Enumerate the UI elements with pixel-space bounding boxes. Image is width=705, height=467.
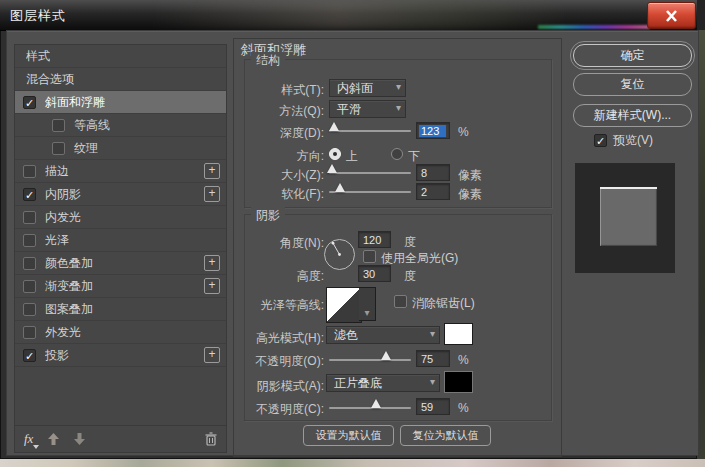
angle-dial[interactable]: [323, 238, 356, 271]
highlight-mode-dropdown[interactable]: 滤色 ▾: [326, 326, 440, 344]
highlight-opacity-slider[interactable]: [329, 359, 411, 361]
angle-input[interactable]: 120: [358, 231, 391, 248]
sidebar-item-stroke[interactable]: 描边 +: [15, 160, 226, 183]
sidebar-item-color-overlay[interactable]: 颜色叠加 +: [15, 252, 226, 275]
sidebar-item-label: 光泽: [45, 232, 69, 249]
soften-label: 软化(F):: [242, 186, 324, 203]
sidebar-item-drop-shadow[interactable]: ✓ 投影 +: [15, 344, 226, 367]
sidebar-item-inner-shadow[interactable]: ✓ 内阴影 +: [15, 183, 226, 206]
sidebar-item-inner-glow[interactable]: 内发光: [15, 206, 226, 229]
close-button[interactable]: [647, 2, 696, 29]
checkbox-unchecked[interactable]: [23, 326, 36, 339]
checkbox-unchecked[interactable]: [52, 119, 65, 132]
sidebar-item-satin[interactable]: 光泽: [15, 229, 226, 252]
move-effect-up-button[interactable]: [48, 433, 59, 445]
sidebar-item-bevel-emboss[interactable]: ✓ 斜面和浮雕: [15, 91, 226, 114]
shadow-mode-dropdown[interactable]: 正片叠底 ▾: [326, 374, 440, 392]
preview-toggle[interactable]: ✓ 预览(V): [594, 132, 653, 149]
anti-alias-checkbox[interactable]: [394, 295, 407, 308]
shadow-opacity-input[interactable]: 59: [416, 398, 450, 415]
depth-slider-thumb[interactable]: [329, 122, 339, 131]
technique-dropdown[interactable]: 平滑 ▾: [329, 100, 406, 118]
highlight-opacity-label: 不透明度(O):: [242, 353, 324, 370]
bevel-style-dropdown[interactable]: 内斜面 ▾: [329, 79, 406, 97]
chevron-down-icon: ▾: [396, 81, 401, 92]
highlight-opacity-input[interactable]: 75: [416, 350, 450, 367]
soften-slider[interactable]: [329, 191, 411, 193]
shadow-mode-label: 阴影模式(A):: [242, 378, 324, 395]
checkbox-checked[interactable]: ✓: [23, 96, 36, 109]
checkbox-unchecked[interactable]: [23, 257, 36, 270]
reset-default-button[interactable]: 复位为默认值: [400, 425, 491, 446]
checkbox-checked[interactable]: ✓: [23, 188, 36, 201]
soften-slider-thumb[interactable]: [335, 183, 345, 192]
shadow-opacity-thumb[interactable]: [371, 399, 381, 408]
sidebar-item-outer-glow[interactable]: 外发光: [15, 321, 226, 344]
chevron-down-icon: ▾: [364, 307, 369, 318]
angle-unit: 度: [404, 234, 416, 251]
reset-button[interactable]: 复位: [573, 73, 692, 96]
preview-label: 预览(V): [613, 132, 653, 149]
add-effect-icon[interactable]: +: [204, 255, 220, 271]
dialog-window: 图层样式 样式 混合选项 ✓ 斜面和浮雕 等高线: [0, 0, 697, 459]
checkbox-unchecked[interactable]: [23, 165, 36, 178]
size-label: 大小(Z):: [242, 167, 324, 184]
style-preview-swatch: [600, 187, 657, 246]
soften-input[interactable]: 2: [416, 183, 450, 200]
highlight-opacity-thumb[interactable]: [381, 351, 391, 360]
highlight-color-swatch[interactable]: [444, 323, 473, 345]
checkbox-unchecked[interactable]: [23, 303, 36, 316]
direction-down-radio[interactable]: [391, 148, 403, 160]
fx-menu-button[interactable]: fx: [24, 431, 33, 447]
highlight-opacity-value: 75: [421, 353, 433, 365]
sidebar-item-texture[interactable]: 纹理: [15, 137, 226, 160]
sidebar-item-pattern-overlay[interactable]: 图案叠加: [15, 298, 226, 321]
add-effect-icon[interactable]: +: [204, 278, 220, 294]
ok-button[interactable]: 确定: [573, 44, 692, 67]
checkbox-unchecked[interactable]: [23, 280, 36, 293]
angle-label: 角度(N):: [242, 235, 324, 252]
delete-effect-button[interactable]: [205, 432, 217, 446]
sidebar-item-blending-options[interactable]: 混合选项: [15, 68, 226, 91]
altitude-input[interactable]: 30: [358, 265, 391, 282]
title-bar[interactable]: 图层样式: [0, 0, 697, 31]
sidebar-item-styles[interactable]: 样式: [15, 45, 226, 68]
checkbox-unchecked[interactable]: [52, 142, 65, 155]
gloss-contour-chevron[interactable]: ▾: [359, 287, 376, 321]
bevel-style-value: 内斜面: [337, 80, 373, 97]
make-default-button[interactable]: 设置为默认值: [303, 425, 394, 446]
soften-unit: 像素: [458, 186, 482, 203]
size-input[interactable]: 8: [416, 164, 450, 181]
shadow-color-swatch[interactable]: [444, 371, 473, 393]
depth-slider[interactable]: [329, 130, 411, 132]
sidebar-item-label: 内发光: [45, 209, 81, 226]
sidebar-item-contour[interactable]: 等高线: [15, 114, 226, 137]
sidebar-item-label: 图案叠加: [45, 301, 93, 318]
add-effect-icon[interactable]: +: [204, 186, 220, 202]
depth-label: 深度(D):: [242, 125, 324, 142]
gloss-contour-picker[interactable]: [326, 287, 362, 323]
shadow-opacity-slider[interactable]: [329, 407, 411, 409]
structure-heading: 结构: [251, 52, 285, 69]
checkbox-unchecked[interactable]: [23, 234, 36, 247]
new-style-button[interactable]: 新建样式(W)...: [573, 104, 692, 127]
preview-checkbox[interactable]: ✓: [594, 134, 607, 147]
technique-label: 方法(Q):: [242, 103, 324, 120]
size-unit: 像素: [458, 167, 482, 184]
add-effect-icon[interactable]: +: [204, 347, 220, 363]
shadow-opacity-value: 59: [421, 401, 433, 413]
sidebar-item-gradient-overlay[interactable]: 渐变叠加 +: [15, 275, 226, 298]
checkbox-checked[interactable]: ✓: [23, 349, 36, 362]
move-effect-down-button[interactable]: [74, 433, 85, 445]
checkbox-unchecked[interactable]: [23, 211, 36, 224]
sidebar-item-label: 混合选项: [26, 71, 74, 88]
size-slider-thumb[interactable]: [327, 164, 337, 173]
size-value: 8: [421, 167, 427, 179]
depth-input[interactable]: 123: [416, 122, 450, 139]
add-effect-icon[interactable]: +: [204, 163, 220, 179]
use-global-light-label: 使用全局光(G): [381, 250, 458, 267]
size-slider[interactable]: [329, 172, 411, 174]
use-global-light-checkbox[interactable]: [363, 250, 376, 263]
direction-up-radio[interactable]: [329, 148, 341, 160]
sidebar-item-label: 斜面和浮雕: [45, 94, 105, 111]
